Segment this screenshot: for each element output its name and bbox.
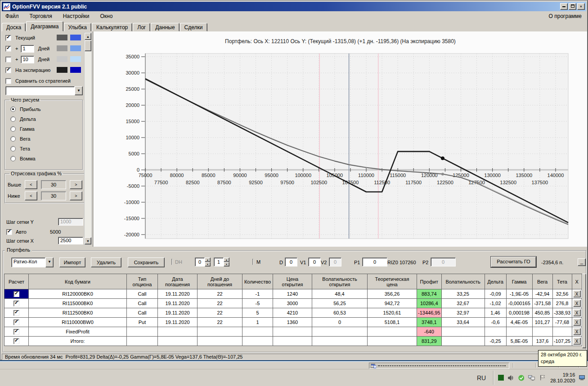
auto-checkbox[interactable]: ✓ xyxy=(6,229,12,235)
radio-icon[interactable] xyxy=(10,146,16,151)
spin-down-icon[interactable]: ▼ xyxy=(224,262,229,266)
column-header[interactable]: Дельта xyxy=(485,274,506,289)
row-calc-cell[interactable]: ✓ xyxy=(4,337,29,346)
field-input-V1[interactable]: 0 xyxy=(308,257,321,266)
radio-icon[interactable] xyxy=(10,136,16,142)
radio-icon[interactable] xyxy=(10,106,16,112)
update-check-icon[interactable] xyxy=(518,373,525,382)
remove-row-button[interactable]: X xyxy=(573,337,581,345)
column-header[interactable]: Расчет xyxy=(4,274,29,289)
row-calc-cell[interactable]: ✓ xyxy=(4,299,29,308)
save-button[interactable]: Сохранить xyxy=(128,257,165,267)
strategy-select[interactable]: Ратио-Кол ▼ xyxy=(11,257,54,267)
column-header[interactable]: Код бумаги xyxy=(29,274,127,289)
series-checkbox[interactable]: ✓ xyxy=(5,78,11,84)
column-header[interactable]: Теоретическая цена xyxy=(368,274,417,289)
table-row[interactable]: ✓FixedProfit-640X xyxy=(4,327,582,337)
table-row[interactable]: ✓RI120000BK0Call19.11.202022-1124048,435… xyxy=(4,289,582,299)
column-header[interactable]: Профит xyxy=(417,274,442,289)
tray-clock[interactable]: 19:16 28.10.2020 xyxy=(550,372,575,384)
dh-spinner-1[interactable]: 0 ▲▼ xyxy=(195,257,211,267)
row-remove-cell[interactable]: X xyxy=(572,318,582,327)
tab-Доска[interactable]: Доска xyxy=(2,23,26,31)
table-row[interactable]: ✓RI112500BK0Call19.11.2020225421060,5315… xyxy=(4,308,582,318)
menu-item-about[interactable]: О программе xyxy=(544,12,586,20)
days-input[interactable]: 1 xyxy=(21,45,34,53)
series-checkbox[interactable]: ✓ xyxy=(5,35,11,41)
radio-row-Вега[interactable]: Вега xyxy=(10,134,80,144)
decrease-button[interactable]: < xyxy=(25,180,37,189)
show-desktop-icon[interactable] xyxy=(579,374,585,382)
chevron-down-icon[interactable]: ▼ xyxy=(75,86,83,95)
row-calc-cell[interactable]: ✓ xyxy=(4,308,29,318)
table-row[interactable]: ✓Итого:831,29-0,255,8E-05137,6-107,25X xyxy=(4,337,582,346)
series-checkbox[interactable]: ✓ xyxy=(5,57,11,62)
series-checkbox[interactable]: ✓ xyxy=(5,46,11,52)
remove-row-button[interactable]: X xyxy=(573,300,581,307)
increase-button[interactable]: > xyxy=(70,191,82,200)
menu-item-Файл[interactable]: Файл xyxy=(2,12,22,20)
row-checkbox[interactable]: ✓ xyxy=(13,291,19,297)
row-calc-cell[interactable]: ✓ xyxy=(4,289,29,299)
row-remove-cell[interactable]: X xyxy=(572,327,582,337)
tab-Диаграмма[interactable]: Диаграмма xyxy=(26,21,63,31)
dh-spinner-2[interactable]: 1 ▲▼ xyxy=(214,257,229,267)
column-header[interactable]: Дата погашения xyxy=(158,274,197,289)
tab-Улыбка[interactable]: Улыбка xyxy=(64,23,92,31)
volume-icon[interactable] xyxy=(508,374,514,382)
column-header[interactable]: X xyxy=(572,274,582,289)
row-calc-cell[interactable]: ✓ xyxy=(4,327,29,337)
taskbar-app-button[interactable] xyxy=(369,363,509,369)
collapse-button[interactable]: _ xyxy=(578,258,586,266)
column-header[interactable]: Тета xyxy=(552,274,572,289)
scrollbar-thumb[interactable] xyxy=(85,40,91,51)
spin-up-icon[interactable]: ▲ xyxy=(224,257,229,262)
tab-Сделки[interactable]: Сделки xyxy=(180,23,207,31)
radio-icon[interactable] xyxy=(10,116,16,122)
radio-row-Вомма[interactable]: Вомма xyxy=(10,154,80,164)
chevron-down-icon[interactable]: ▼ xyxy=(45,257,54,267)
menu-item-Настройки[interactable]: Настройки xyxy=(59,12,93,20)
table-row[interactable]: ✓RI110000BW0Put19.11.2020221136005108,13… xyxy=(4,318,582,327)
increase-button[interactable]: > xyxy=(70,180,82,189)
row-checkbox[interactable]: ✓ xyxy=(13,301,19,306)
row-remove-cell[interactable]: X xyxy=(572,308,582,318)
table-row[interactable]: ✓RI115000BK0Call19.11.202022-5300056,259… xyxy=(4,299,582,308)
close-button[interactable]: ✕ xyxy=(577,3,585,10)
import-button[interactable]: Импорт xyxy=(59,257,85,267)
menu-item-Торговля[interactable]: Торговля xyxy=(26,12,56,20)
radio-row-Гамма[interactable]: Гамма xyxy=(10,124,80,134)
row-remove-cell[interactable]: X xyxy=(572,299,582,308)
network-computers-icon[interactable] xyxy=(528,374,535,382)
flag-icon[interactable] xyxy=(539,373,546,382)
remove-row-button[interactable]: X xyxy=(573,319,581,326)
radio-row-Тета[interactable]: Тета xyxy=(10,144,80,154)
row-calc-cell[interactable]: ✓ xyxy=(4,318,29,327)
column-header[interactable]: Количество xyxy=(242,274,273,289)
tab-Данные[interactable]: Данные xyxy=(151,23,179,31)
field-input-P1[interactable]: 0 xyxy=(362,257,387,266)
radio-row-Прибыль[interactable]: Прибыль xyxy=(10,104,80,114)
column-header[interactable]: Вега xyxy=(532,274,552,289)
column-header[interactable]: Цена открытия xyxy=(273,274,312,289)
column-header[interactable]: Дней до погашения xyxy=(197,274,242,289)
language-indicator[interactable]: RU xyxy=(477,374,486,382)
row-remove-cell[interactable]: X xyxy=(572,289,582,299)
column-header[interactable]: Тип опциона xyxy=(127,274,158,289)
calc-margin-button[interactable]: Рассчитать ГО xyxy=(491,257,536,267)
payoff-chart[interactable]: 35000300002500020000150001000050000-5000… xyxy=(94,31,587,247)
field-input-D[interactable]: 0 xyxy=(285,257,297,266)
row-checkbox[interactable]: ✓ xyxy=(13,310,19,316)
scroll-down-icon[interactable]: ▼ xyxy=(85,237,91,244)
tab-Лог[interactable]: Лог xyxy=(133,23,150,31)
row-checkbox[interactable]: ✓ xyxy=(13,329,19,335)
dh-checkbox[interactable]: ✓ xyxy=(171,259,172,265)
radio-icon[interactable] xyxy=(10,156,16,161)
scroll-up-icon[interactable]: ▲ xyxy=(85,33,91,40)
row-checkbox[interactable]: ✓ xyxy=(13,338,19,344)
days-input[interactable]: 10 xyxy=(21,56,34,63)
decrease-button[interactable]: < xyxy=(25,191,37,200)
column-header[interactable]: Волатильность xyxy=(441,274,485,289)
grid-step-y-input[interactable]: 1000 xyxy=(58,218,83,226)
series-checkbox[interactable]: ✓ xyxy=(5,67,11,73)
